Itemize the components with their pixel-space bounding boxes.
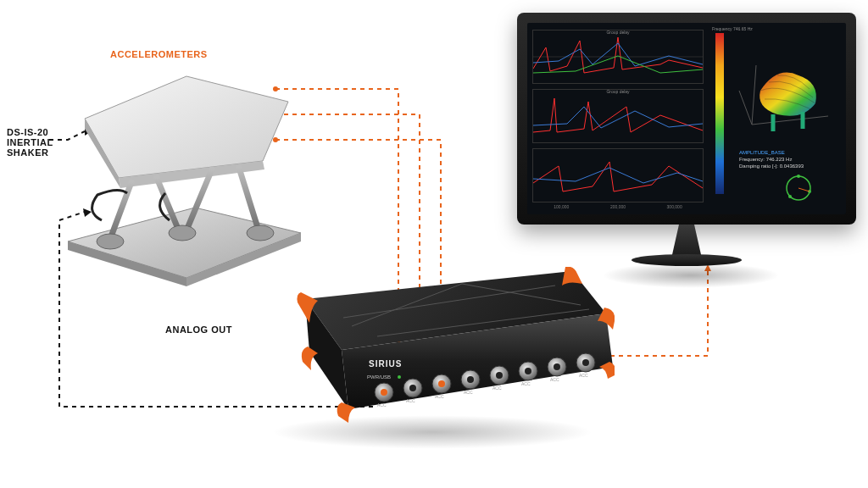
xtick: 200,000 [610,204,626,209]
label-analog-out: ANALOG OUT [165,324,232,335]
daq-device: SIRIUS PWR/USB ACC ACC ACC [250,267,615,445]
colorbar [715,33,724,194]
svg-text:ACC: ACC [579,373,588,378]
svg-line-56 [739,91,752,125]
xtick: 300,000 [667,204,682,209]
monitor-screen: Group delay Group delay [527,23,846,214]
svg-line-57 [752,65,756,125]
svg-point-22 [247,225,274,241]
svg-point-40 [467,376,474,383]
svg-text:ACC: ACC [492,385,502,391]
svg-point-49 [554,363,560,370]
svg-point-52 [582,359,589,366]
daq-brand: SIRIUS [369,359,402,369]
stability-circle-icon [782,171,815,205]
label-shaker: DS-IS-20 INERTIAL SHAKER [7,127,53,158]
daq-pwr-label: PWR/USB [367,374,391,380]
svg-point-21 [169,225,196,241]
svg-point-37 [438,380,445,387]
analysis-monitor: Group delay Group delay [517,13,856,292]
plot-2: Group delay [532,89,704,143]
svg-text:ACC: ACC [550,377,559,382]
plot-3: 100,000 200,000 300,000 [532,148,704,202]
svg-point-61 [797,175,800,178]
svg-point-63 [788,195,792,198]
svg-text:ACC: ACC [435,394,444,399]
xtick: 100,000 [554,204,569,209]
mode-info: AMPLITUDE_BASE Frequency: 746.223 Hz Dam… [739,150,804,169]
svg-text:ACC: ACC [377,402,387,408]
svg-text:ACC: ACC [521,381,531,386]
svg-text:ACC: ACC [406,398,415,403]
svg-point-31 [381,389,387,396]
plot-1: Group delay [532,30,704,84]
power-led-icon [398,375,401,379]
svg-point-20 [97,234,124,249]
svg-line-64 [798,188,810,191]
svg-text:ACC: ACC [464,390,473,395]
svg-line-55 [752,116,828,125]
colorbar-title: Frequency 746.65 Hz [712,26,753,31]
svg-point-46 [525,368,531,374]
svg-point-34 [409,385,416,391]
svg-point-43 [496,372,503,379]
mode-shape-3d [735,40,837,141]
inertial-shaker [51,51,305,288]
